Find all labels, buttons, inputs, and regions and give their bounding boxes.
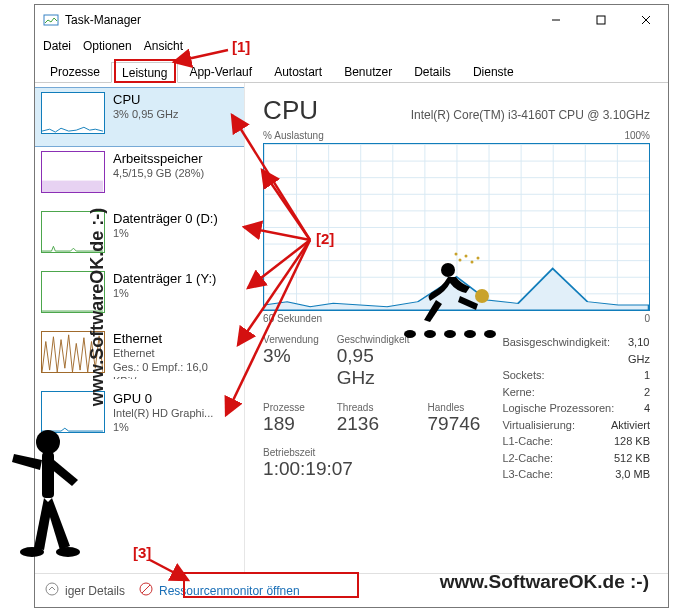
svg-rect-5 <box>42 181 103 192</box>
cpu-chart[interactable] <box>263 143 650 311</box>
app-icon <box>43 12 59 28</box>
stat-label: Betriebszeit <box>263 447 480 458</box>
footer-resmon-label: Ressourcenmonitor öffnen <box>159 584 300 598</box>
chart-xmin: 60 Sekunden <box>263 313 322 324</box>
window-title: Task-Manager <box>65 13 141 27</box>
footer-details-label: iger Details <box>65 584 125 598</box>
tab-benutzer[interactable]: Benutzer <box>333 61 403 82</box>
chart-ylabel: % Auslastung <box>263 130 324 141</box>
tab-details[interactable]: Details <box>403 61 462 82</box>
detail-key: Logische Prozessoren: <box>502 400 614 417</box>
chart-ymax: 100% <box>624 130 650 141</box>
detail-key: L2-Cache: <box>502 450 553 467</box>
menubar: Datei Optionen Ansicht <box>35 35 668 57</box>
watermark-left: www.SoftwareOK.de :-) <box>87 207 108 405</box>
sidebar-item-label: Ethernet <box>113 331 238 347</box>
sidebar-item-sub2: Ges.: 0 Empf.: 16,0 KBit/s <box>113 361 238 379</box>
detail-val: 4 <box>644 400 650 417</box>
cpu-model: Intel(R) Core(TM) i3-4160T CPU @ 3.10GHz <box>411 108 650 122</box>
resource-monitor-link[interactable]: Ressourcenmonitor öffnen <box>139 582 300 599</box>
fewer-details-link[interactable]: iger Details <box>45 582 125 599</box>
memory-thumb <box>41 151 105 193</box>
sidebar-item-cpu[interactable]: CPU 3% 0,95 GHz <box>35 87 244 147</box>
sidebar-item-sub: 1% <box>113 227 218 241</box>
main-pane: CPU Intel(R) Core(TM) i3-4160T CPU @ 3.1… <box>245 83 668 573</box>
sidebar: CPU 3% 0,95 GHz Arbeitsspeicher 4,5/15,9… <box>35 83 245 573</box>
detail-val: 128 KB <box>614 433 650 450</box>
task-manager-window: Task-Manager Datei Optionen Ansicht Proz… <box>34 4 669 608</box>
menu-datei[interactable]: Datei <box>43 39 71 53</box>
svg-line-8 <box>142 585 150 593</box>
detail-key: Basisgeschwindigkeit: <box>502 334 610 367</box>
tab-autostart[interactable]: Autostart <box>263 61 333 82</box>
sidebar-item-gpu[interactable]: GPU 0 Intel(R) HD Graphi... 1% <box>35 387 244 447</box>
stat-handles: 79746 <box>428 413 481 435</box>
sidebar-item-sub: 1% <box>113 287 216 301</box>
stat-uptime: 1:00:19:07 <box>263 458 480 480</box>
tab-leistung[interactable]: Leistung <box>111 62 178 83</box>
sidebar-item-disk0[interactable]: Datenträger 0 (D:) 1% <box>35 207 244 267</box>
tab-appverlauf[interactable]: App-Verlauf <box>178 61 263 82</box>
sidebar-item-memory[interactable]: Arbeitsspeicher 4,5/15,9 GB (28%) <box>35 147 244 207</box>
stat-label: Handles <box>428 402 481 413</box>
menu-optionen[interactable]: Optionen <box>83 39 132 53</box>
detail-val: Aktiviert <box>611 417 650 434</box>
detail-val: 3,0 MB <box>615 466 650 483</box>
detail-key: L1-Cache: <box>502 433 553 450</box>
stat-usage: 3% <box>263 345 319 367</box>
tab-dienste[interactable]: Dienste <box>462 61 525 82</box>
sidebar-item-sub: 3% 0,95 GHz <box>113 108 178 122</box>
svg-point-6 <box>46 583 58 595</box>
stat-label: Geschwindigkeit <box>337 334 410 345</box>
sidebar-item-sub: 4,5/15,9 GB (28%) <box>113 167 204 181</box>
resmon-icon <box>139 582 153 599</box>
detail-val: 512 KB <box>614 450 650 467</box>
detail-key: L3-Cache: <box>502 466 553 483</box>
stat-speed: 0,95 GHz <box>337 345 410 389</box>
sidebar-item-sub2: 1% <box>113 421 213 435</box>
svg-rect-2 <box>597 16 605 24</box>
close-button[interactable] <box>623 5 668 35</box>
minimize-button[interactable] <box>533 5 578 35</box>
stat-label: Prozesse <box>263 402 319 413</box>
sidebar-item-ethernet[interactable]: Ethernet Ethernet Ges.: 0 Empf.: 16,0 KB… <box>35 327 244 387</box>
detail-val: 3,10 GHz <box>628 334 650 367</box>
sidebar-item-sub: Ethernet <box>113 347 238 361</box>
sidebar-item-disk1[interactable]: Datenträger 1 (Y:) 1% <box>35 267 244 327</box>
menu-ansicht[interactable]: Ansicht <box>144 39 183 53</box>
stat-label: Threads <box>337 402 410 413</box>
tab-prozesse[interactable]: Prozesse <box>39 61 111 82</box>
cpu-thumb <box>41 92 105 134</box>
detail-val: 2 <box>644 384 650 401</box>
chevron-up-icon <box>45 582 59 599</box>
sidebar-item-label: GPU 0 <box>113 391 213 407</box>
cpu-details: Basisgeschwindigkeit:3,10 GHz Sockets:1 … <box>502 334 650 483</box>
sidebar-item-label: Datenträger 0 (D:) <box>113 211 218 227</box>
detail-val: 1 <box>644 367 650 384</box>
sidebar-item-label: Datenträger 1 (Y:) <box>113 271 216 287</box>
detail-key: Sockets: <box>502 367 544 384</box>
sidebar-item-label: Arbeitsspeicher <box>113 151 204 167</box>
stat-label: Verwendung <box>263 334 319 345</box>
detail-key: Virtualisierung: <box>502 417 575 434</box>
titlebar[interactable]: Task-Manager <box>35 5 668 35</box>
maximize-button[interactable] <box>578 5 623 35</box>
stat-processes: 189 <box>263 413 319 435</box>
detail-key: Kerne: <box>502 384 534 401</box>
sidebar-item-label: CPU <box>113 92 178 108</box>
sidebar-item-sub: Intel(R) HD Graphi... <box>113 407 213 421</box>
page-title: CPU <box>263 95 318 126</box>
chart-xmax: 0 <box>644 313 650 324</box>
watermark-bottom: www.SoftwareOK.de :-) <box>440 571 649 593</box>
stat-threads: 2136 <box>337 413 410 435</box>
tabstrip: Prozesse Leistung App-Verlauf Autostart … <box>35 57 668 83</box>
